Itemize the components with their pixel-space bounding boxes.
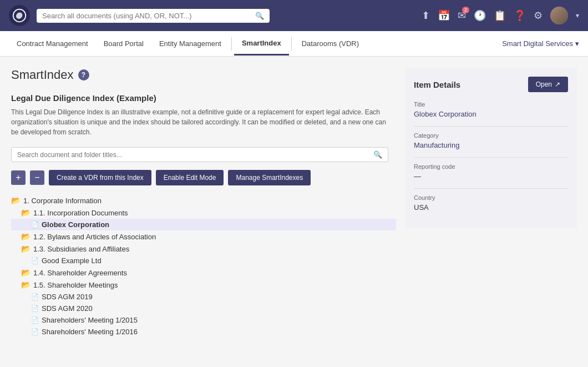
nav-board-portal[interactable]: Board Portal: [96, 33, 151, 54]
document-icon: 📄: [31, 221, 39, 228]
title-value: Globex Corporation: [414, 110, 568, 118]
page-title: SmartIndex: [11, 68, 74, 82]
tree-item-label: 1.3. Subsidiaries and Affiliates: [33, 245, 129, 253]
nav-icon-group: ⬆ 📅 ✉ 2 🕐 📋 ❓ ⚙ ▾: [422, 7, 579, 24]
index-description: This Legal Due Diligence Index is an ill…: [11, 107, 388, 137]
document-icon: 📄: [31, 328, 39, 335]
folder-icon: 📂: [21, 268, 31, 277]
document-icon: 📄: [31, 316, 39, 324]
tree-item-label: SDS AGM 2019: [42, 293, 93, 301]
secondary-navigation: Contract Management Board Portal Entity …: [0, 31, 588, 57]
document-icon: 📄: [31, 305, 39, 312]
help-icon[interactable]: ❓: [514, 9, 526, 22]
folder-icon: 📂: [21, 208, 31, 217]
left-panel: SmartIndex ? Legal Due Diligence Index (…: [11, 68, 396, 338]
nav-divider-1: [231, 37, 232, 51]
smart-digital-services-arrow: ▾: [575, 39, 579, 48]
detail-title-section: Title Globex Corporation: [414, 101, 568, 118]
reporting-code-label: Reporting code: [414, 163, 568, 170]
folder-search-input[interactable]: [17, 151, 373, 159]
notification-icon[interactable]: ✉ 2: [458, 9, 466, 22]
open-external-icon: ↗: [555, 81, 560, 88]
search-icon: 🔍: [255, 12, 264, 20]
notification-badge: 2: [462, 7, 469, 13]
tree-item-label: 1.2. Bylaws and Articles of Association: [33, 233, 156, 241]
category-value: Manufacturing: [414, 141, 568, 149]
tree-item[interactable]: 📂1.2. Bylaws and Articles of Association: [11, 230, 396, 243]
reporting-code-value: —: [414, 172, 568, 180]
document-icon: 📄: [31, 293, 39, 300]
panel-title: Item Details: [414, 80, 460, 89]
logo[interactable]: [9, 5, 30, 26]
tree-item-label: Shareholders' Meeting 1/2015: [42, 316, 138, 324]
tree-item[interactable]: 📄SDS AGM 2019: [11, 291, 396, 303]
detail-country-section: Country USA: [414, 194, 568, 212]
detail-reporting-section: Reporting code —: [414, 163, 568, 180]
panel-header: Item Details Open ↗: [414, 77, 568, 92]
top-navigation: 🔍 ⬆ 📅 ✉ 2 🕐 📋 ❓ ⚙ ▾: [0, 0, 588, 31]
dropdown-arrow-icon[interactable]: ▾: [576, 12, 579, 19]
reports-icon[interactable]: 📋: [494, 9, 506, 22]
smart-digital-services-dropdown[interactable]: Smart Digital Services ▾: [502, 39, 579, 48]
tree-item[interactable]: 📄Good Example Ltd: [11, 255, 396, 267]
tree-item-label: Good Example Ltd: [42, 257, 102, 265]
tree-item[interactable]: 📂1.3. Subsidiaries and Affiliates: [11, 243, 396, 255]
tree-item[interactable]: 📄SDS AGM 2020: [11, 303, 396, 314]
tree-item[interactable]: 📄Shareholders' Meeting 1/2015: [11, 314, 396, 326]
folder-search-icon: 🔍: [373, 150, 382, 159]
tree-item[interactable]: 📄Globex Corporation: [11, 219, 396, 230]
folder-icon: 📂: [11, 196, 21, 205]
tree-item-label: 1.1. Incorporation Documents: [33, 209, 128, 217]
history-icon[interactable]: 🕐: [474, 9, 486, 22]
tree-item-label: Shareholders' Meeting 1/2016: [42, 328, 138, 336]
enable-edit-button[interactable]: Enable Edit Mode: [156, 170, 224, 185]
nav-entity-management[interactable]: Entity Management: [151, 33, 229, 54]
calendar-icon[interactable]: 📅: [438, 9, 450, 22]
document-tree: 📂1. Corporate Information📂1.1. Incorpora…: [11, 194, 396, 338]
nav-divider-2: [291, 37, 292, 51]
tree-item[interactable]: 📂1.5. Shareholder Meetings: [11, 279, 396, 291]
page-help-icon[interactable]: ?: [78, 69, 89, 81]
tree-item[interactable]: 📂1.4. Shareholder Agreements: [11, 267, 396, 279]
tree-actions: + − Create a VDR from this Index Enable …: [11, 170, 396, 185]
nav-contract-management[interactable]: Contract Management: [9, 33, 96, 54]
tree-item-label: 1. Corporate Information: [23, 197, 102, 205]
country-value: USA: [414, 203, 568, 212]
add-item-button[interactable]: +: [11, 170, 26, 185]
folder-icon: 📂: [21, 244, 31, 253]
tree-item[interactable]: 📂1.1. Incorporation Documents: [11, 207, 396, 219]
detail-category-section: Category Manufacturing: [414, 132, 568, 149]
item-details-panel: Item Details Open ↗ Title Globex Corpora…: [405, 68, 577, 228]
global-search-bar[interactable]: 🔍: [37, 9, 270, 23]
avatar[interactable]: [550, 7, 568, 24]
country-label: Country: [414, 194, 568, 201]
folder-icon: 📂: [21, 280, 31, 289]
detail-divider-1: [414, 126, 568, 127]
upload-icon[interactable]: ⬆: [422, 9, 430, 22]
detail-divider-3: [414, 188, 568, 189]
main-content: SmartIndex ? Legal Due Diligence Index (…: [0, 57, 588, 349]
avatar-image: [550, 7, 568, 24]
remove-item-button[interactable]: −: [30, 170, 44, 185]
create-vdr-button[interactable]: Create a VDR from this Index: [49, 170, 151, 185]
global-search-input[interactable]: [42, 12, 252, 20]
folder-icon: 📂: [21, 232, 31, 241]
tree-item[interactable]: 📄Shareholders' Meeting 1/2016: [11, 326, 396, 338]
smart-digital-services-label: Smart Digital Services: [502, 39, 573, 48]
tree-item-label: Globex Corporation: [42, 220, 109, 229]
detail-divider-2: [414, 157, 568, 158]
nav-smartindex[interactable]: SmartIndex: [234, 32, 289, 56]
tree-item-label: 1.4. Shareholder Agreements: [33, 269, 127, 277]
document-icon: 📄: [31, 257, 39, 264]
tree-item-label: 1.5. Shareholder Meetings: [33, 281, 118, 289]
settings-icon[interactable]: ⚙: [534, 9, 543, 22]
folder-search-bar[interactable]: 🔍: [11, 147, 388, 162]
open-button[interactable]: Open ↗: [528, 77, 568, 92]
category-label: Category: [414, 132, 568, 139]
tree-item-label: SDS AGM 2020: [42, 304, 93, 313]
index-title: Legal Due Diligence Index (Example): [11, 93, 396, 103]
manage-smartindexes-button[interactable]: Manage SmartIndexes: [228, 170, 311, 185]
tree-item[interactable]: 📂1. Corporate Information: [11, 194, 396, 207]
page-title-row: SmartIndex ?: [11, 68, 396, 82]
nav-datarooms[interactable]: Datarooms (VDR): [294, 33, 367, 54]
